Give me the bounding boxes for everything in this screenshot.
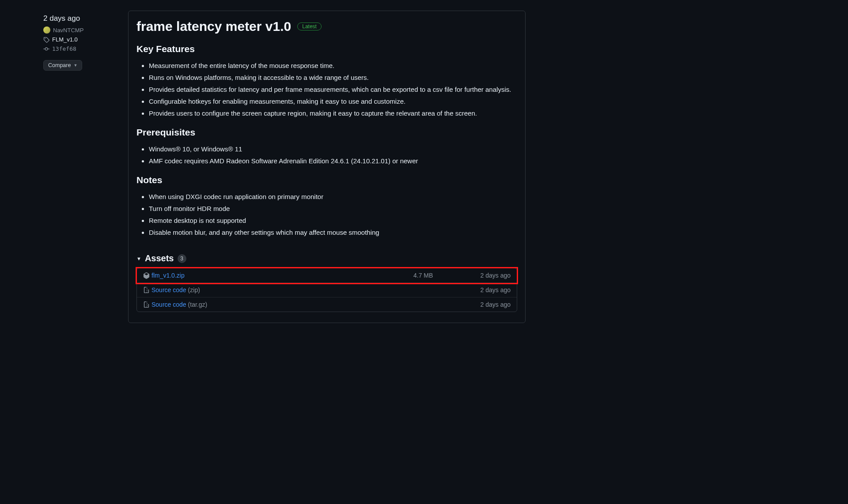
assets-list: flm_v1.0.zip 4.7 MB 2 days ago Source co… <box>136 268 517 312</box>
release-title: frame latency meter v1.0 <box>136 19 291 34</box>
notes-heading: Notes <box>136 175 517 185</box>
asset-name: flm_v1.0.zip <box>151 272 413 279</box>
commit-sha: 13fef68 <box>52 45 76 52</box>
asset-date: 2 days ago <box>471 272 511 279</box>
list-item: When using DXGI codec run application on… <box>149 191 517 203</box>
package-icon <box>143 272 150 279</box>
compare-label: Compare <box>48 62 71 68</box>
assets-header[interactable]: ▼ Assets 3 <box>136 253 517 263</box>
release-date: 2 days ago <box>43 14 93 23</box>
latest-badge: Latest <box>297 23 322 30</box>
prereq-heading: Prerequisites <box>136 127 517 138</box>
avatar <box>43 26 50 34</box>
asset-row[interactable]: flm_v1.0.zip 4.7 MB 2 days ago <box>137 268 517 283</box>
features-list: Measurement of the entire latency of the… <box>136 60 517 119</box>
tag-icon <box>43 37 49 43</box>
features-heading: Key Features <box>136 44 517 54</box>
chevron-down-icon: ▼ <box>73 63 77 68</box>
list-item: Windows® 10, or Windows® 11 <box>149 143 517 155</box>
author-name: NavNTCMP <box>53 27 83 34</box>
asset-date: 2 days ago <box>471 286 511 293</box>
list-item: Measurement of the entire latency of the… <box>149 60 517 71</box>
release-panel: frame latency meter v1.0 Latest Key Feat… <box>128 11 526 323</box>
compare-button[interactable]: Compare ▼ <box>43 60 82 71</box>
prereq-list: Windows® 10, or Windows® 11 AMF codec re… <box>136 143 517 167</box>
commit-icon <box>43 46 49 52</box>
list-item: Runs on Windows platforms, making it acc… <box>149 71 517 83</box>
tag-row[interactable]: FLM_v1.0 <box>43 36 93 43</box>
commit-row[interactable]: 13fef68 <box>43 45 93 52</box>
release-sidebar: 2 days ago NavNTCMP FLM_v1.0 13fef68 Com… <box>0 11 93 323</box>
tag-name: FLM_v1.0 <box>52 36 78 43</box>
list-item: Configurable hotkeys for enabling measur… <box>149 95 517 107</box>
asset-row[interactable]: Source code(zip) 2 days ago <box>137 283 517 297</box>
list-item: Turn off monitor HDR mode <box>149 203 517 214</box>
asset-name: Source code(zip) <box>151 286 413 293</box>
assets-count: 3 <box>178 254 186 263</box>
list-item: Provides users to configure the screen c… <box>149 107 517 119</box>
file-zip-icon <box>143 301 150 308</box>
list-item: Disable motion blur, and any other setti… <box>149 226 517 238</box>
notes-list: When using DXGI codec run application on… <box>136 191 517 238</box>
assets-heading: Assets <box>145 253 174 263</box>
list-item: Provides detailed statistics for latency… <box>149 83 517 95</box>
release-body: Key Features Measurement of the entire l… <box>136 44 517 238</box>
author-row[interactable]: NavNTCMP <box>43 26 93 34</box>
asset-row[interactable]: Source code(tar.gz) 2 days ago <box>137 297 517 312</box>
list-item: Remote desktop is not supported <box>149 214 517 226</box>
caret-down-icon: ▼ <box>136 256 141 261</box>
file-zip-icon <box>143 287 150 293</box>
asset-name: Source code(tar.gz) <box>151 301 413 308</box>
asset-size: 4.7 MB <box>413 272 471 279</box>
list-item: AMF codec requires AMD Radeon Software A… <box>149 155 517 167</box>
asset-date: 2 days ago <box>471 301 511 308</box>
